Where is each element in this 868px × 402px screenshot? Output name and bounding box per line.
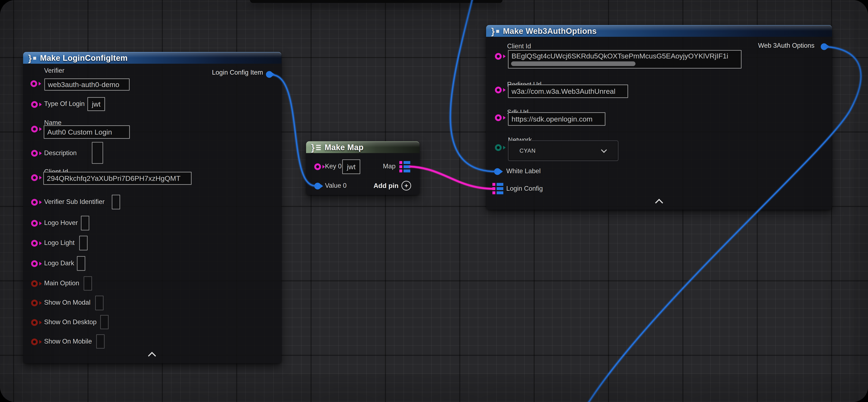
pin-label-verifier-sub-identifier: Verifier Sub Identifier [44, 198, 104, 206]
logo-hover-input[interactable] [81, 216, 89, 230]
description-input[interactable] [92, 142, 103, 164]
add-pin-button[interactable]: Add pin + [373, 181, 411, 191]
input-pin-name[interactable] [31, 126, 38, 133]
pin-label-logo-light: Logo Light [44, 239, 74, 247]
node-title: Make Web3AuthOptions [503, 27, 597, 36]
show-on-desktop-checkbox[interactable] [100, 315, 108, 329]
input-pin-network[interactable] [495, 144, 502, 151]
input-pin-show-on-desktop[interactable] [31, 319, 38, 326]
pin-label-login-config: Login Config [506, 184, 543, 193]
input-pin-type-of-login[interactable] [31, 101, 38, 108]
logo-dark-input[interactable] [77, 256, 85, 271]
pin-label-client-id: Client Id [507, 42, 531, 50]
name-input[interactable]: Auth0 Custom Login [44, 125, 130, 139]
client-id-scrollbar[interactable] [511, 61, 636, 66]
input-pin-main-option[interactable] [31, 280, 38, 287]
collapse-chevron-icon[interactable] [655, 199, 663, 207]
sdk-url-input[interactable]: https://sdk.openlogin.com [508, 112, 606, 126]
add-pin-label: Add pin [373, 182, 399, 190]
pin-label-show-on-modal: Show On Modal [44, 298, 91, 307]
show-on-mobile-checkbox[interactable] [96, 334, 104, 349]
redirect-url-input[interactable]: w3a://com.w3a.Web3AuthUnreal [508, 85, 628, 98]
node-title: Make Map [324, 143, 364, 152]
node-header-make-loginconfigitem[interactable]: } Make LoginConfigItem [23, 52, 281, 64]
pin-label-show-on-desktop: Show On Desktop [44, 318, 97, 326]
node-make-web3authoptions[interactable]: } Make Web3AuthOptions Web 3Auth Options… [486, 25, 832, 210]
output-pin-label: Login Config Item [212, 68, 263, 77]
make-map-icon: } [311, 143, 321, 152]
input-pin-client-id[interactable] [495, 53, 502, 60]
type-of-login-input[interactable]: jwt [87, 97, 105, 111]
pin-label-logo-hover: Logo Hover [44, 219, 78, 227]
output-pin-label: Web 3Auth Options [758, 41, 814, 50]
input-pin-verifier[interactable] [30, 80, 37, 87]
input-pin-logo-light[interactable] [31, 240, 38, 247]
make-struct-icon: } [491, 27, 499, 36]
pin-label-verifier: Verifier [44, 67, 64, 75]
add-pin-plus-icon: + [401, 181, 411, 191]
client-id-text: BEglQSgt4cUWcj6SKRdu5QkOXTsePmMcusG5EAoy… [512, 52, 728, 60]
make-struct-icon: } [28, 54, 36, 63]
blueprint-graph-canvas[interactable]: } Make LoginConfigItem Login Config Item… [0, 0, 868, 402]
pin-label-show-on-mobile: Show On Mobile [44, 338, 92, 345]
collapse-chevron-icon[interactable] [148, 352, 156, 360]
pin-label-value0: Value 0 [325, 182, 347, 190]
node-make-loginconfigitem[interactable]: } Make LoginConfigItem Login Config Item… [23, 52, 281, 363]
verifier-input[interactable]: web3auth-auth0-demo [44, 79, 130, 91]
offscreen-node-bottom-edge [250, 0, 502, 3]
pin-label-white-label: White Label [506, 167, 541, 175]
network-dropdown[interactable]: CYAN [508, 140, 618, 161]
node-header-make-map[interactable]: } Make Map [306, 141, 420, 153]
client-id-input[interactable]: BEglQSgt4cUWcj6SKRdu5QkOXTsePmMcusG5EAoy… [508, 50, 742, 68]
verifier-sub-identifier-input[interactable] [112, 195, 120, 209]
key0-input[interactable]: jwt [342, 160, 360, 174]
input-pin-logo-hover[interactable] [31, 220, 38, 227]
main-option-checkbox[interactable] [84, 276, 92, 291]
input-pin-description[interactable] [31, 150, 38, 156]
client-id-input[interactable]: 294QRkchfq2YaXUbPri7D6PH7xzHgQMT [43, 172, 192, 185]
input-pin-verifier-sub-identifier[interactable] [31, 199, 38, 206]
node-title: Make LoginConfigItem [40, 54, 127, 63]
pin-label-description: Description [44, 149, 77, 157]
show-on-modal-checkbox[interactable] [95, 296, 103, 310]
pin-label-main-option: Main Option [44, 279, 79, 287]
input-pin-client-id[interactable] [31, 174, 38, 181]
input-pin-sdk-url[interactable] [495, 114, 502, 121]
chevron-down-icon [601, 147, 607, 153]
node-make-map[interactable]: } Make Map Key 0 jwt Map Value 0 Add pin… [306, 141, 420, 195]
network-selected-value: CYAN [520, 148, 536, 154]
node-header-make-web3authoptions[interactable]: } Make Web3AuthOptions [486, 25, 832, 37]
input-pin-logo-dark[interactable] [31, 260, 38, 267]
pin-label-logo-dark: Logo Dark [44, 259, 74, 267]
pin-label-map-output: Map [383, 162, 396, 170]
pin-label-type-of-login: Type Of Login [44, 100, 85, 108]
pin-label-key0: Key 0 [325, 162, 342, 170]
logo-light-input[interactable] [79, 236, 88, 251]
input-pin-redirect-url[interactable] [495, 87, 502, 93]
input-pin-show-on-mobile[interactable] [31, 339, 38, 345]
input-pin-key0[interactable] [314, 163, 321, 170]
input-pin-show-on-modal[interactable] [31, 299, 38, 306]
